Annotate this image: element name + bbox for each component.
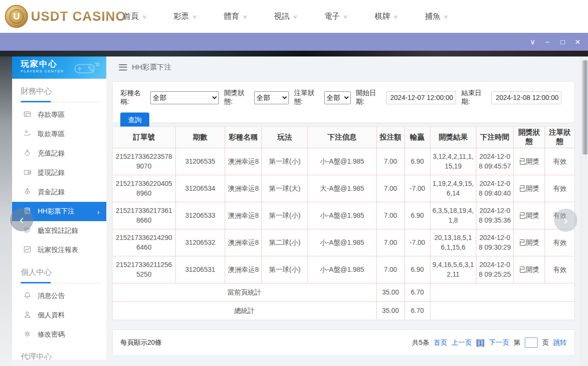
table-header-cell: 注單狀態 [545,127,574,148]
filter-panel: 彩種名稱: 全部 開獎狀態: 全部 注單狀態: 全部 開始日期: 結束日期: 查… [112,81,575,123]
lottery-name-select[interactable]: 全部 [150,91,219,104]
draw-status-select[interactable]: 全部 [254,91,289,104]
wallet-icon [23,168,31,178]
menu-icon[interactable] [119,64,127,70]
table-cell: 第一球(大) [262,175,308,202]
chevron-down-icon: ∨ [243,14,248,20]
maximize-button[interactable]: □ [555,33,570,51]
table-cell: 大-A盤@1.985 [308,175,376,202]
close-button[interactable]: × [570,33,585,51]
sidebar-item-label: 玩家投注報表 [38,246,78,254]
summary-row: 總統計35.006.70 [113,301,574,320]
table-header-cell: 輸贏 [404,127,430,148]
table-header-cell: 開獎狀態 [514,127,545,148]
page-title: HH彩票下注 [132,63,172,72]
jump-button[interactable]: 跳转 [553,338,567,347]
page-size-text: 每頁顯示20條 [120,338,162,347]
start-date-input[interactable] [386,91,456,104]
nav-item-label: 棋牌 [374,12,390,22]
coins-icon [23,187,31,197]
sidebar-section-title: 個人中心 [12,267,106,278]
table-cell: 已開獎 [514,202,545,229]
table-header-cell: 訂單號 [113,127,175,148]
sidebar-item-announcement[interactable]: 消息公告› [12,286,106,306]
nav-lottery[interactable]: 彩票∨ [173,12,197,22]
draw-status-label: 開獎狀態: [224,89,252,106]
table-cell: 6,3,5,18,19,4,1,8 [430,202,476,229]
order-status-select[interactable]: 全部 [324,91,351,104]
sidebar-item-player-bet-report[interactable]: 玩家投注報表› [12,240,106,260]
nav-item-label: 電子 [324,12,340,22]
table-cell: 20,13,18,5,16,1,15,6 [430,229,476,256]
sidebar-section-title: 代理中心 [12,352,106,360]
chevron-right-icon: › [564,213,568,227]
top-bar: U USDT CASINO 首頁∨彩票∨體育∨視訊∨電子∨棋牌∨捕魚∨ [0,0,588,33]
collapse-button[interactable]: ∨ [525,33,540,51]
summary-winloss-total: 6.70 [404,301,430,320]
table-cell: 小-A盤@1.985 [308,256,376,283]
nav-fishing[interactable]: 捕魚∨ [425,12,448,22]
table-cell: 有效 [545,229,574,256]
carousel-next-button[interactable]: › [554,209,577,232]
table-cell: 澳洲幸运8 [225,148,261,175]
table-cell: 小-A盤@1.985 [308,202,376,229]
chevron-down-icon: ∨ [444,14,449,20]
table-header-row: 訂單號期數彩種名稱玩法下注信息投注額輸贏開獎結果下注時間開獎狀態注單狀態 [113,127,574,148]
table-cell: 3,12,4,2,11,1,15,19 [430,148,476,175]
table-cell: 澳洲幸运8 [225,202,261,229]
table-cell: 7.00 [376,175,404,202]
order-status-label: 注單狀態: [294,89,322,106]
table-cell: 已開獎 [514,175,545,202]
sidebar-item-change-password[interactable]: 修改密碼› [12,325,106,344]
chevron-left-icon: ‹ [20,213,24,227]
table-cell: 6.90 [404,148,430,175]
sidebar-item-recharge-record[interactable]: 充值記錄› [12,144,106,163]
logo: U USDT CASINO [5,4,126,28]
minimize-button[interactable]: − [540,33,555,51]
nav-item-label: 視訊 [274,12,289,22]
table-header-cell: 投注額 [376,127,404,148]
table-cell: 2152173362173618660 [113,202,175,229]
nav-sports[interactable]: 體育∨ [224,12,247,22]
sidebar-item-withdraw[interactable]: 取款專區› [12,125,106,144]
logo-coin-icon: U [5,5,28,28]
table-cell: 2152173362112565250 [113,256,175,283]
summary-empty-cell [430,301,574,320]
nav-home[interactable]: 首頁∨ [123,12,146,22]
sidebar-item-label: 個人資料 [38,311,65,320]
sidebar-item-deposit[interactable]: 存款專區› [12,105,106,125]
sidebar-item-label: 修改密碼 [38,330,65,339]
sidebar-item-profile[interactable]: 個人資料› [12,306,106,325]
table-cell: -7.00 [404,229,430,256]
sidebar-item-label: HH彩票下注 [38,207,74,216]
table-cell: 2024-12-08 09:45:57 [476,148,514,175]
table-cell: 2152173362235789070 [113,148,175,175]
nav-chess[interactable]: 棋牌∨ [374,12,398,22]
query-button[interactable]: 查詢 [120,113,149,128]
table-header-cell: 下注時間 [476,127,514,148]
window-titlebar [0,33,588,51]
carousel-prev-button[interactable]: ‹ [10,208,33,231]
sidebar-item-withdrawal-record[interactable]: 提現記錄› [12,163,106,183]
nav-video[interactable]: 視訊∨ [274,12,297,22]
prev-page-link[interactable]: 上一页 [451,338,472,347]
first-page-link[interactable]: 首页 [433,338,447,347]
jump-prefix-label: 第 [514,338,520,347]
bell-icon [23,291,31,301]
table-cell: 已開獎 [514,256,545,283]
end-date-input[interactable] [491,91,561,104]
table-row: 215217336217361866031206533澳洲幸运8第一球(小)小-… [113,202,574,229]
next-page-link[interactable]: 下一页 [489,338,509,347]
summary-bet-total: 35.00 [376,283,404,301]
scrollbar-thumb[interactable] [582,60,588,155]
jump-page-input[interactable] [525,338,538,348]
pagination-panel: 每頁顯示20條 共5条 首页 上一页 [1] 下一页 第 页 跳转 [112,329,575,356]
bet-table: 訂單號期數彩種名稱玩法下注信息投注額輸贏開獎結果下注時間開獎狀態注單狀態 215… [113,127,574,320]
nav-electronic[interactable]: 電子∨ [324,12,347,22]
table-cell: 有效 [545,175,574,202]
sidebar-item-fund-record[interactable]: 資金記錄› [12,183,106,202]
chevron-down-icon: ∨ [343,14,348,20]
table-cell: 6.90 [404,202,430,229]
vertical-scrollbar[interactable] [581,56,588,366]
table-cell: 7.00 [376,202,404,229]
